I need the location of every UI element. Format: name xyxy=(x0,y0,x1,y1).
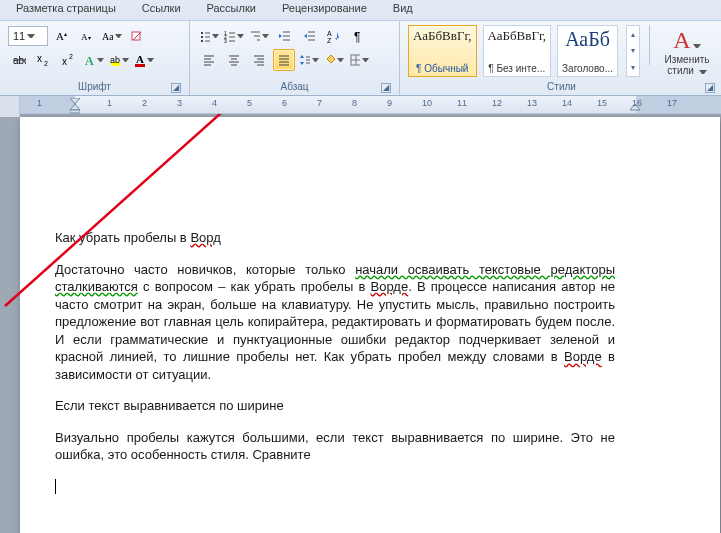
shading-button[interactable] xyxy=(323,49,345,71)
superscript-button[interactable]: x2 xyxy=(58,49,80,71)
group-font-label: Шрифт xyxy=(78,81,111,92)
styles-dialog-launcher[interactable]: ◢ xyxy=(705,83,715,93)
style-no-spacing[interactable]: АаБбВвГг, ¶ Без инте... xyxy=(483,25,552,77)
clear-formatting-button[interactable] xyxy=(126,25,148,47)
decrease-indent-button[interactable] xyxy=(273,25,295,47)
style-preview: АаБб xyxy=(565,28,610,51)
svg-text:x: x xyxy=(37,53,42,64)
subscript-button[interactable]: x2 xyxy=(33,49,55,71)
style-normal[interactable]: АаБбВвГг, ¶ Обычный xyxy=(408,25,477,77)
ruler-number: 15 xyxy=(597,98,607,108)
horizontal-ruler[interactable]: 11234567891011121314151617 xyxy=(0,96,721,114)
vertical-ruler[interactable] xyxy=(0,114,20,117)
align-center-button[interactable] xyxy=(223,49,245,71)
strikethrough-button[interactable]: abc xyxy=(8,49,30,71)
styles-gallery-more[interactable]: ▴▾▾ xyxy=(626,25,640,77)
svg-text:Aa: Aa xyxy=(102,31,113,42)
doc-paragraph: Если текст выравнивается по ширине xyxy=(55,397,615,415)
svg-text:A: A xyxy=(81,32,88,42)
increase-indent-button[interactable] xyxy=(298,25,320,47)
ruler-number: 17 xyxy=(667,98,677,108)
ruler-number: 13 xyxy=(527,98,537,108)
svg-text:Z: Z xyxy=(327,37,332,43)
sort-button[interactable]: AZ xyxy=(323,25,345,47)
text-effects-button[interactable]: A xyxy=(83,49,105,71)
group-paragraph: 123 AZ ¶ Абзац◢ xyxy=(190,21,400,95)
svg-rect-71 xyxy=(70,110,80,113)
align-left-button[interactable] xyxy=(198,49,220,71)
svg-text:3: 3 xyxy=(224,38,227,43)
line-spacing-button[interactable] xyxy=(298,49,320,71)
ruler-number: 3 xyxy=(177,98,182,108)
change-styles-icon: A xyxy=(673,27,700,54)
svg-point-18 xyxy=(201,32,203,34)
borders-button[interactable] xyxy=(348,49,370,71)
ruler-number: 1 xyxy=(107,98,112,108)
numbering-button[interactable]: 123 xyxy=(223,25,245,47)
decrease-font-button[interactable]: A▾ xyxy=(76,25,98,47)
svg-marker-61 xyxy=(300,55,304,58)
svg-marker-70 xyxy=(70,104,80,110)
svg-text:2: 2 xyxy=(44,60,48,67)
ruler-number: 5 xyxy=(247,98,252,108)
svg-rect-5 xyxy=(132,32,140,40)
change-case-button[interactable]: Aa xyxy=(101,25,123,47)
tab-mailings[interactable]: Рассылки xyxy=(201,0,262,16)
ruler-number: 10 xyxy=(422,98,432,108)
text-cursor xyxy=(55,479,56,494)
style-name-label: Заголово... xyxy=(562,63,613,74)
svg-text:ab: ab xyxy=(110,55,120,65)
svg-marker-37 xyxy=(304,34,307,38)
multilevel-list-button[interactable] xyxy=(248,25,270,47)
doc-cursor-line xyxy=(55,478,615,496)
ruler-number: 7 xyxy=(317,98,322,108)
bullets-button[interactable] xyxy=(198,25,220,47)
style-name-label: ¶ Без инте... xyxy=(488,63,545,74)
svg-text:2: 2 xyxy=(69,53,73,60)
group-font: 11 A▴ A▾ Aa abc x2 x2 A ab A Шрифт◢ xyxy=(0,21,190,95)
tab-review[interactable]: Рецензирование xyxy=(276,0,373,16)
ruler-number: 1 xyxy=(37,98,42,108)
page: Как убрать пробелы в Ворд Достаточно час… xyxy=(20,117,720,533)
doc-paragraph: Достаточно часто новичков, которые тольк… xyxy=(55,261,615,384)
highlight-button[interactable]: ab xyxy=(108,49,130,71)
align-justify-button[interactable] xyxy=(273,49,295,71)
ruler-number: 2 xyxy=(142,98,147,108)
svg-marker-62 xyxy=(300,62,304,65)
align-right-button[interactable] xyxy=(248,49,270,71)
svg-text:▴: ▴ xyxy=(64,31,67,37)
svg-text:A: A xyxy=(327,30,332,37)
font-dialog-launcher[interactable]: ◢ xyxy=(171,83,181,93)
group-styles-label: Стили xyxy=(547,81,576,92)
style-heading1[interactable]: АаБб Заголово... xyxy=(557,25,618,77)
ruler-number: 12 xyxy=(492,98,502,108)
ruler-number: 16 xyxy=(632,98,642,108)
tab-page-layout[interactable]: Разметка страницы xyxy=(10,0,122,16)
font-size-input[interactable]: 11 xyxy=(8,26,48,46)
style-preview: АаБбВвГг, xyxy=(488,28,547,44)
ruler-number: 11 xyxy=(457,98,467,108)
doc-paragraph: Визуально пробелы кажутся большими, если… xyxy=(55,429,615,464)
svg-point-19 xyxy=(201,36,203,38)
ruler-number: 9 xyxy=(387,98,392,108)
group-paragraph-label: Абзац xyxy=(280,81,308,92)
font-color-button[interactable]: A xyxy=(133,49,155,71)
change-styles-button[interactable]: A Изменить стили xyxy=(659,25,715,78)
style-name-label: ¶ Обычный xyxy=(416,63,468,74)
document-content[interactable]: Как убрать пробелы в Ворд Достаточно час… xyxy=(55,229,615,510)
left-indent-marker[interactable] xyxy=(70,104,80,114)
document-area[interactable]: Как убрать пробелы в Ворд Достаточно час… xyxy=(0,114,721,533)
change-styles-label: Изменить стили xyxy=(661,54,713,76)
show-marks-button[interactable]: ¶ xyxy=(348,25,370,47)
paragraph-dialog-launcher[interactable]: ◢ xyxy=(381,83,391,93)
ruler-number: 8 xyxy=(352,98,357,108)
tab-references[interactable]: Ссылки xyxy=(136,0,187,16)
svg-text:A: A xyxy=(85,54,94,67)
svg-text:A: A xyxy=(136,53,144,65)
tab-view[interactable]: Вид xyxy=(387,0,419,16)
ruler-number: 6 xyxy=(282,98,287,108)
svg-text:x: x xyxy=(62,56,67,67)
increase-font-button[interactable]: A▴ xyxy=(51,25,73,47)
ruler-number: 14 xyxy=(562,98,572,108)
svg-rect-17 xyxy=(135,64,145,67)
